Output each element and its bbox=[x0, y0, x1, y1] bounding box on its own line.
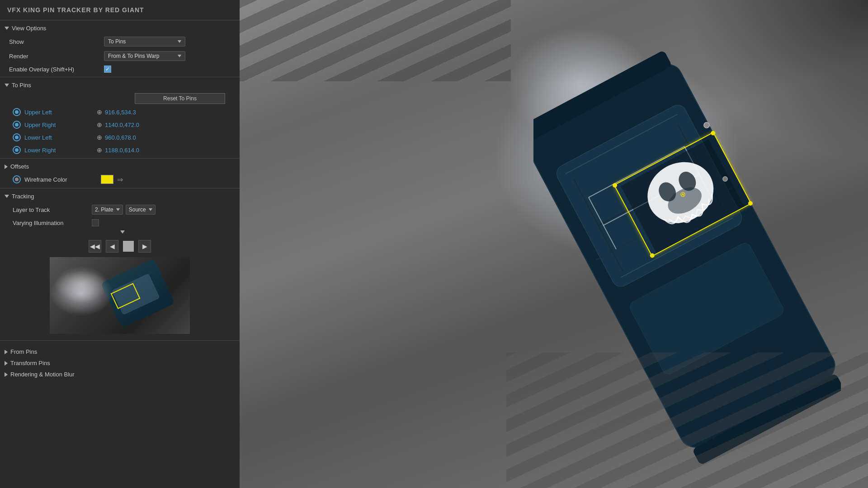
wireframe-icon bbox=[13, 175, 21, 183]
render-value: From & To Pins Warp bbox=[108, 53, 159, 59]
wireframe-color-swatch[interactable] bbox=[101, 175, 113, 184]
from-pins-collapse-icon bbox=[5, 350, 8, 354]
render-select[interactable]: From & To Pins Warp bbox=[104, 51, 185, 61]
car-detail-dot-right bbox=[703, 122, 710, 128]
upper-left-row: Upper Left ⊕ 916.6,534.3 bbox=[0, 106, 240, 118]
layer-track-label: Layer to Track bbox=[13, 206, 92, 213]
render-select-arrow bbox=[178, 55, 181, 57]
show-select-arrow bbox=[178, 40, 181, 43]
upper-right-pin-icon bbox=[13, 121, 21, 129]
to-pins-label: To Pins bbox=[12, 82, 31, 89]
render-label: Render bbox=[9, 53, 104, 60]
plate-value: 2. Plate bbox=[95, 206, 113, 213]
road-stripes-bottom bbox=[506, 352, 868, 488]
lower-left-row: Lower Left ⊕ 960.0,678.0 bbox=[0, 131, 240, 144]
wireframe-label: Wireframe Color bbox=[24, 176, 101, 183]
upper-right-value[interactable]: 1140.0,472.0 bbox=[105, 122, 139, 128]
show-value: To Pins bbox=[108, 38, 126, 45]
plate-arrow-icon bbox=[116, 208, 120, 211]
overlay-label: Enable Overlay (Shift+H) bbox=[9, 66, 104, 73]
offsets-header[interactable]: Offsets bbox=[0, 160, 240, 173]
transform-pins-section[interactable]: Transform Pins bbox=[5, 357, 235, 369]
lower-right-pin-icon bbox=[13, 146, 21, 154]
tracking-sub-collapse[interactable] bbox=[0, 229, 240, 235]
copy-color-icon[interactable]: ⇒ bbox=[117, 175, 123, 184]
lower-left-pin-icon bbox=[13, 133, 21, 141]
rendering-section[interactable]: Rendering & Motion Blur bbox=[5, 369, 235, 380]
road-stripes-top bbox=[240, 0, 511, 81]
upper-right-row: Upper Right ⊕ 1140.0,472.0 bbox=[0, 118, 240, 131]
view-options-label: View Options bbox=[12, 25, 46, 32]
tracking-center-icon: ⊕ bbox=[678, 189, 687, 200]
show-row: Show To Pins bbox=[0, 34, 240, 49]
main-viewport: ⊕ bbox=[240, 0, 868, 488]
view-options-collapse-icon bbox=[5, 27, 9, 30]
lower-left-target-icon: ⊕ bbox=[97, 134, 102, 141]
tracking-sub-icon bbox=[120, 230, 125, 234]
show-select[interactable]: To Pins bbox=[104, 37, 185, 47]
to-pins-collapse-icon bbox=[5, 84, 9, 87]
from-pins-label: From Pins bbox=[10, 348, 37, 355]
lower-right-row: Lower Right ⊕ 1188.0,614.0 bbox=[0, 144, 240, 156]
tracking-label: Tracking bbox=[12, 193, 34, 200]
rendering-label: Rendering & Motion Blur bbox=[10, 371, 75, 378]
show-label: Show bbox=[9, 38, 104, 45]
lower-left-label: Lower Left bbox=[24, 134, 97, 141]
source-value: Source bbox=[129, 206, 146, 213]
offsets-label: Offsets bbox=[10, 163, 29, 170]
upper-left-label: Upper Left bbox=[24, 109, 97, 116]
source-select[interactable]: Source bbox=[126, 205, 156, 215]
left-panel: VFX KING PIN TRACKER BY RED GIANT View O… bbox=[0, 0, 240, 488]
overlay-checkbox[interactable]: ✓ bbox=[104, 66, 111, 73]
lower-right-value[interactable]: 1188.0,614.0 bbox=[105, 147, 139, 154]
step-back-button[interactable]: ◀ bbox=[106, 240, 118, 253]
layer-track-row: Layer to Track 2. Plate Source bbox=[0, 202, 240, 217]
skip-to-start-button[interactable]: ◀◀ bbox=[89, 240, 101, 253]
render-row: Render From & To Pins Warp bbox=[0, 49, 240, 63]
varying-label: Varying Illumination bbox=[13, 220, 92, 226]
playback-controls: ◀◀ ◀ ▶ bbox=[0, 235, 240, 257]
reset-to-pins-button[interactable]: Reset To Pins bbox=[135, 93, 225, 104]
upper-right-label: Upper Right bbox=[24, 122, 97, 128]
bottom-sections: From Pins Transform Pins Rendering & Mot… bbox=[0, 343, 240, 384]
upper-right-target-icon: ⊕ bbox=[97, 121, 102, 128]
view-options-header[interactable]: View Options bbox=[0, 22, 240, 34]
rendering-collapse-icon bbox=[5, 372, 8, 377]
preview-thumbnail bbox=[50, 257, 190, 334]
upper-left-target-icon: ⊕ bbox=[97, 108, 102, 116]
source-arrow-icon bbox=[149, 208, 152, 211]
stop-button[interactable] bbox=[123, 241, 134, 252]
transform-pins-collapse-icon bbox=[5, 361, 8, 366]
lower-right-label: Lower Right bbox=[24, 147, 97, 154]
plate-select[interactable]: 2. Plate bbox=[92, 205, 123, 215]
lower-right-target-icon: ⊕ bbox=[97, 146, 102, 154]
wireframe-row: Wireframe Color ⇒ bbox=[0, 173, 240, 186]
car-detail-dot-right2 bbox=[722, 176, 728, 182]
lower-left-value[interactable]: 960.0,678.0 bbox=[105, 134, 136, 141]
transform-pins-label: Transform Pins bbox=[10, 360, 50, 366]
upper-left-value[interactable]: 916.6,534.3 bbox=[105, 109, 136, 116]
app-title: VFX KING PIN TRACKER BY RED GIANT bbox=[0, 0, 240, 18]
upper-left-pin-icon bbox=[13, 108, 21, 116]
varying-checkbox[interactable] bbox=[92, 219, 99, 226]
tracking-collapse-icon bbox=[5, 195, 9, 198]
offsets-collapse-icon bbox=[5, 164, 8, 169]
overlay-row: Enable Overlay (Shift+H) ✓ bbox=[0, 63, 240, 75]
tracking-header[interactable]: Tracking bbox=[0, 190, 240, 202]
to-pins-header[interactable]: To Pins bbox=[0, 79, 240, 91]
from-pins-section[interactable]: From Pins bbox=[5, 346, 235, 357]
thumb-smoke-extra bbox=[50, 271, 113, 316]
step-forward-button[interactable]: ▶ bbox=[138, 240, 151, 253]
varying-row: Varying Illumination bbox=[0, 217, 240, 229]
